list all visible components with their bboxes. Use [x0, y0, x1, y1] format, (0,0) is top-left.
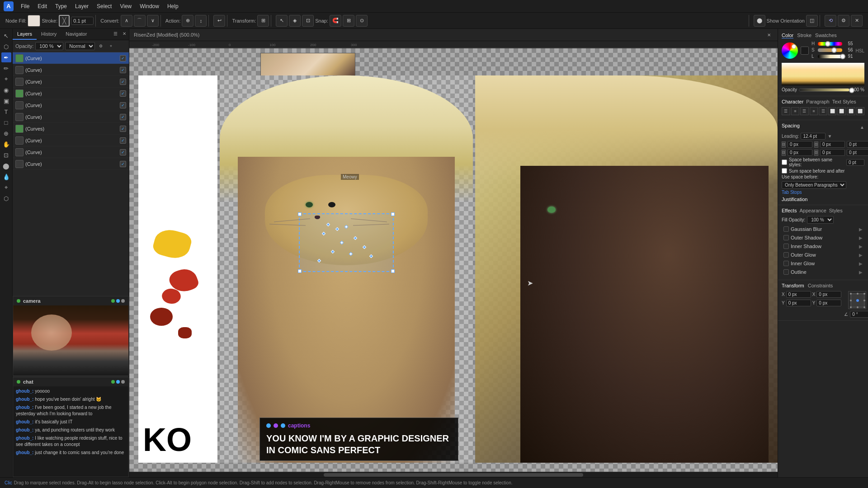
spacing-input-2a[interactable]: [788, 149, 812, 156]
l-slider-track[interactable]: [818, 55, 842, 58]
pointer-btn[interactable]: ↖: [276, 15, 288, 27]
use-space-before-select[interactable]: Only Between Paragraphs: [782, 181, 846, 189]
layer-item[interactable]: (Curve) ✓: [13, 135, 129, 146]
space-between-input[interactable]: [846, 159, 864, 166]
effect-outer-glow[interactable]: Outer Glow ▶: [782, 251, 864, 258]
tab-constraints[interactable]: Constraints: [808, 283, 833, 288]
layer-add-btn[interactable]: +: [107, 42, 115, 50]
convert-btn-3[interactable]: ∨: [147, 15, 159, 27]
h-slider-thumb[interactable]: [825, 41, 830, 47]
tab-text-styles[interactable]: Text Styles: [832, 99, 856, 104]
crop-tool[interactable]: ⊡: [1, 150, 11, 160]
menu-type[interactable]: Type: [52, 2, 71, 11]
snap-btn-2[interactable]: ⊡: [302, 15, 314, 27]
convert-btn-2[interactable]: ⌒: [134, 15, 146, 27]
layer-item[interactable]: (Curve) ✓: [13, 99, 129, 111]
l-slider-thumb[interactable]: [840, 54, 845, 59]
pen-tool[interactable]: ✒: [1, 52, 11, 62]
fill-color-swatch[interactable]: [28, 15, 40, 27]
effect-expand-outer-shadow[interactable]: ▶: [859, 235, 863, 240]
tab-character[interactable]: Character: [782, 99, 803, 104]
s-slider-thumb[interactable]: [831, 47, 837, 53]
menu-layer[interactable]: Layer: [71, 2, 92, 11]
node-tool[interactable]: ⬡: [1, 42, 11, 52]
layer-visibility[interactable]: ✓: [120, 126, 126, 132]
opacity-slider-thumb[interactable]: [849, 88, 854, 93]
color-tool[interactable]: ⬤: [1, 161, 11, 171]
layer-visibility[interactable]: ✓: [120, 102, 126, 108]
opacity-input[interactable]: 100 %: [35, 42, 63, 50]
history-btn[interactable]: ⟲: [825, 15, 836, 27]
effect-check-outer-glow[interactable]: [783, 252, 789, 258]
tab-history[interactable]: History: [37, 29, 61, 40]
menu-edit[interactable]: Edit: [34, 2, 51, 11]
snap-grid[interactable]: ⊞: [343, 15, 354, 27]
menu-window[interactable]: Window: [136, 2, 163, 11]
blend-mode-select[interactable]: Normal: [65, 42, 95, 50]
canvas-area[interactable]: RisenZed [Modified] (500.0%) ✕ -200 -100…: [129, 29, 778, 477]
color-picker-btn[interactable]: ⬤: [754, 15, 765, 27]
layer-visibility[interactable]: ✓: [120, 79, 126, 85]
effect-check-inner-shadow[interactable]: [783, 244, 789, 249]
effect-expand-outline[interactable]: ▶: [859, 270, 863, 275]
effect-expand-gaussian[interactable]: ▶: [859, 227, 863, 232]
spacing-input-1a[interactable]: [788, 141, 812, 148]
snap-magnet[interactable]: 🧲: [330, 15, 341, 27]
effect-outer-shadow[interactable]: Outer Shadow ▶: [782, 234, 864, 241]
pencil-tool[interactable]: ✏: [1, 63, 11, 73]
action-btn-1[interactable]: ⊕: [182, 15, 193, 27]
s-slider-track[interactable]: [818, 48, 842, 52]
leading-input[interactable]: [801, 133, 826, 140]
spacing-input-2b[interactable]: [820, 149, 845, 156]
layer-item[interactable]: (Curve) ✓: [13, 64, 129, 76]
orientation-btn[interactable]: ◫: [806, 15, 818, 27]
opacity-slider-track[interactable]: [799, 88, 850, 92]
transform-y2-input[interactable]: [816, 300, 841, 306]
settings-btn[interactable]: ⚙: [838, 15, 849, 27]
canvas-h-scrollbar[interactable]: [129, 472, 778, 477]
action-btn-2[interactable]: ↕: [195, 15, 207, 27]
effect-expand-inner-glow[interactable]: ▶: [859, 261, 863, 266]
space-between-check[interactable]: [782, 160, 787, 165]
spacing-input-1c[interactable]: [847, 141, 868, 148]
canvas-content[interactable]: KO: [129, 48, 778, 472]
layer-item[interactable]: (Curve) ✓: [13, 111, 129, 123]
shape-tool[interactable]: □: [1, 117, 11, 127]
transform-x2-input[interactable]: [816, 291, 841, 298]
effect-outline[interactable]: Outline ▶: [782, 268, 864, 276]
menu-help[interactable]: Help: [164, 2, 182, 11]
tab-layers[interactable]: Layers: [13, 29, 37, 40]
menu-select[interactable]: Select: [93, 2, 115, 11]
tab-appearance[interactable]: Appearance: [799, 208, 826, 213]
effect-check-outer-shadow[interactable]: [783, 235, 789, 240]
layer-visibility[interactable]: ✓: [120, 114, 126, 120]
extra-tool[interactable]: ⬡: [1, 193, 11, 203]
effect-inner-shadow[interactable]: Inner Shadow ▶: [782, 243, 864, 250]
spacing-input-2c[interactable]: [847, 149, 868, 156]
transform-btn[interactable]: ⊞: [257, 15, 269, 27]
spacing-input-1b[interactable]: [820, 141, 845, 148]
stroke-color-swatch[interactable]: ╳: [59, 15, 70, 27]
align-center-btn[interactable]: ≡: [791, 107, 800, 115]
tab-color[interactable]: Color: [782, 33, 793, 38]
align-left-btn[interactable]: ☰: [782, 107, 790, 115]
tab-navigator[interactable]: Navigator: [61, 29, 91, 40]
zoom-tool[interactable]: ⊕: [1, 128, 11, 138]
tab-transform[interactable]: Transform: [782, 283, 804, 288]
measure-tool[interactable]: ⌖: [1, 183, 11, 192]
effect-expand-outer-glow[interactable]: ▶: [859, 253, 863, 258]
effect-gaussian-blur[interactable]: Gaussian Blur ▶: [782, 225, 864, 233]
menu-view[interactable]: View: [116, 2, 135, 11]
convert-btn-1[interactable]: ∧: [121, 15, 132, 27]
layer-item[interactable]: (Curve) ✓: [13, 52, 129, 64]
dropper-tool[interactable]: 💧: [1, 172, 11, 182]
effect-check-inner-glow[interactable]: [783, 261, 789, 266]
effect-expand-inner-shadow[interactable]: ▶: [859, 244, 863, 249]
foreground-color[interactable]: [801, 47, 809, 55]
snap-node[interactable]: ⊙: [356, 15, 368, 27]
color-gradient-bar[interactable]: [782, 63, 864, 85]
tab-styles[interactable]: Styles: [829, 208, 843, 213]
text-tool[interactable]: T: [1, 107, 11, 117]
stroke-width-input[interactable]: [71, 17, 94, 25]
layer-item[interactable]: (Curve) ✓: [13, 88, 129, 99]
